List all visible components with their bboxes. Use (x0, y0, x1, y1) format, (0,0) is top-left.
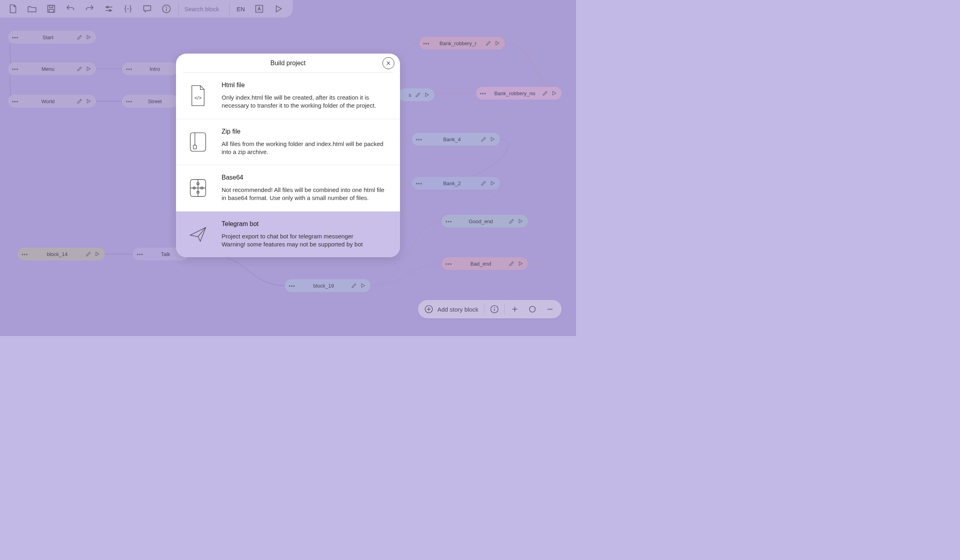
save-button[interactable] (42, 0, 60, 18)
dialog-header: Build project (183, 54, 393, 73)
option-desc: Not recommended! All files will be combi… (222, 186, 390, 202)
chat-button[interactable] (138, 0, 156, 18)
play-icon[interactable] (358, 281, 367, 290)
zoom-reset-button[interactable] (525, 301, 540, 317)
block-menu-icon[interactable]: ••• (443, 216, 454, 226)
block-menu-icon[interactable]: ••• (10, 64, 21, 74)
block-menu-icon[interactable]: ••• (478, 88, 489, 98)
option-desc: All files from the working folder and in… (222, 140, 390, 156)
story-block-intro[interactable]: ••• Intro (122, 62, 178, 75)
pencil-icon[interactable] (479, 135, 488, 144)
toolbar-separator (178, 3, 179, 15)
play-icon[interactable] (84, 97, 93, 106)
option-title: Zip file (222, 128, 390, 135)
pencil-icon[interactable] (484, 39, 493, 48)
html-file-icon: </> (186, 82, 210, 110)
block-menu-icon[interactable]: ••• (10, 96, 21, 106)
undo-button[interactable] (62, 0, 79, 18)
build-option-base64[interactable]: Base64 Not recommended! All files will b… (176, 165, 400, 212)
block-menu-icon[interactable]: ••• (134, 249, 146, 259)
block-menu-icon[interactable]: ••• (124, 64, 135, 74)
play-icon[interactable] (488, 135, 497, 144)
pencil-icon[interactable] (350, 281, 358, 290)
block-menu-icon[interactable]: ••• (414, 134, 425, 144)
language-label[interactable]: EN (233, 6, 249, 12)
build-option-telegram[interactable]: Telegram bot Project export to chat bot … (176, 212, 400, 258)
pencil-icon[interactable] (75, 64, 84, 73)
story-block-19[interactable]: ••• block_19 (285, 279, 370, 292)
block-menu-icon[interactable]: ••• (10, 32, 21, 42)
block-menu-icon[interactable]: ••• (124, 96, 135, 106)
story-block-bank-r[interactable]: ••• Bank_robbery_r (419, 37, 505, 50)
main-toolbar: EN (0, 0, 293, 18)
option-desc: Project export to chat bot for telegram … (222, 232, 390, 249)
story-block-14[interactable]: ••• block_14 (18, 248, 105, 260)
pencil-icon[interactable] (507, 259, 516, 268)
build-option-zip[interactable]: Zip file All files from the working fold… (176, 119, 400, 166)
pencil-icon[interactable] (507, 217, 516, 226)
block-menu-icon[interactable]: ••• (286, 281, 298, 290)
block-label: Bank_4 (425, 136, 479, 142)
play-icon[interactable] (516, 217, 525, 226)
pencil-icon[interactable] (541, 89, 550, 98)
story-block-bank4[interactable]: ••• Bank_4 (412, 133, 500, 146)
story-block-bank-no[interactable]: ••• Bank_robbery_no (476, 87, 562, 100)
block-label: s (400, 92, 414, 98)
story-block-street[interactable]: ••• Street (122, 95, 178, 108)
story-block-partial[interactable]: s (398, 88, 434, 101)
pencil-icon[interactable] (75, 33, 84, 42)
pencil-icon[interactable] (84, 250, 93, 258)
font-button[interactable] (250, 0, 268, 18)
story-block-world[interactable]: ••• World (8, 95, 96, 108)
option-title: Telegram bot (222, 220, 390, 228)
redo-button[interactable] (81, 0, 98, 18)
block-menu-icon[interactable]: ••• (421, 38, 432, 48)
close-icon[interactable] (382, 57, 394, 69)
zoom-in-button[interactable] (507, 301, 522, 317)
play-icon[interactable] (84, 33, 93, 42)
story-block-bad[interactable]: ••• Bad_end (442, 257, 528, 270)
pencil-icon[interactable] (75, 97, 84, 106)
play-icon[interactable] (488, 179, 497, 188)
block-label: Intro (135, 66, 175, 72)
zoom-out-button[interactable] (542, 301, 558, 317)
story-block-menu[interactable]: ••• Menu (8, 62, 96, 75)
json-button[interactable] (119, 0, 137, 18)
option-title: Base64 (222, 174, 390, 181)
option-desc: Only index.html file will be created, af… (222, 94, 390, 110)
new-file-button[interactable] (4, 0, 22, 18)
play-icon[interactable] (550, 89, 558, 98)
fab-separator (504, 304, 505, 315)
play-icon[interactable] (493, 39, 502, 48)
block-menu-icon[interactable]: ••• (19, 249, 30, 259)
play-icon[interactable] (516, 259, 525, 268)
open-folder-button[interactable] (23, 0, 41, 18)
block-label: Bank_2 (425, 180, 479, 186)
pencil-icon[interactable] (414, 90, 422, 99)
build-project-dialog: Build project </> Html file Only index.h… (176, 54, 400, 257)
play-icon[interactable] (93, 250, 102, 258)
block-menu-icon[interactable]: ••• (443, 259, 454, 268)
story-block-bank2[interactable]: ••• Bank_2 (412, 177, 500, 190)
block-label: World (21, 98, 75, 104)
zip-file-icon (186, 128, 210, 156)
add-block-button[interactable]: Add story block (421, 301, 482, 317)
info-button[interactable] (158, 0, 175, 18)
play-icon[interactable] (84, 64, 93, 73)
settings-sliders-button[interactable] (100, 0, 118, 18)
search-input[interactable] (182, 6, 226, 12)
build-option-html[interactable]: </> Html file Only index.html file will … (176, 73, 400, 119)
block-label: Menu (21, 66, 75, 72)
paper-plane-icon (186, 220, 210, 249)
story-block-start[interactable]: ••• Start (8, 31, 96, 44)
svg-rect-28 (193, 145, 196, 149)
fab-info-button[interactable] (487, 301, 502, 317)
run-button[interactable] (270, 0, 287, 18)
pencil-icon[interactable] (479, 179, 488, 188)
svg-point-21 (530, 306, 536, 312)
story-block-good[interactable]: ••• Good_end (442, 215, 528, 228)
play-icon[interactable] (422, 90, 431, 99)
block-menu-icon[interactable]: ••• (414, 178, 425, 188)
svg-text:</>: </> (194, 95, 202, 101)
dialog-title: Build project (270, 60, 306, 67)
